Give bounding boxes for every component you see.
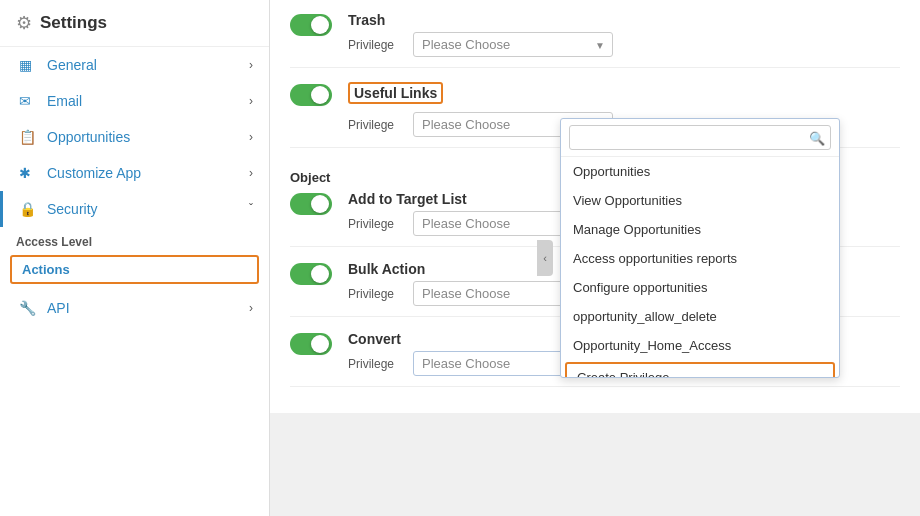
sidebar-item-api[interactable]: 🔧 API › xyxy=(0,290,269,326)
privilege-label: Privilege xyxy=(348,118,403,132)
privilege-label: Privilege xyxy=(348,287,403,301)
gear-icon: ⚙ xyxy=(16,12,32,34)
trash-toggle[interactable] xyxy=(290,14,332,36)
privilege-label: Privilege xyxy=(348,357,403,371)
dropdown-item-configure-opportunities[interactable]: Configure opportunities xyxy=(561,273,839,302)
chevron-right-icon: › xyxy=(249,166,253,180)
settings-title: Settings xyxy=(40,13,107,33)
general-icon: ▦ xyxy=(19,57,37,73)
dropdown-item-create-privilege[interactable]: Create Privilege xyxy=(565,362,835,377)
sidebar-item-actions[interactable]: Actions xyxy=(10,255,259,284)
dropdown-search-container: 🔍 xyxy=(561,119,839,157)
sidebar-item-security[interactable]: 🔒 Security ˇ xyxy=(0,191,269,227)
trash-privilege-select-wrapper[interactable]: Please Choose xyxy=(413,32,613,57)
security-icon: 🔒 xyxy=(19,201,37,217)
sidebar-item-label: Email xyxy=(47,93,239,109)
access-level-label: Access Level xyxy=(0,227,269,253)
sidebar: ⚙ Settings ▦ General › ✉ Email › 📋 Oppor… xyxy=(0,0,270,516)
privilege-label: Privilege xyxy=(348,38,403,52)
useful-links-toggle[interactable] xyxy=(290,84,332,106)
actions-label: Actions xyxy=(22,262,70,277)
chevron-right-icon: › xyxy=(249,58,253,72)
customize-icon: ✱ xyxy=(19,165,37,181)
sidebar-item-label: API xyxy=(47,300,239,316)
feature-row-trash: Trash Privilege Please Choose xyxy=(290,12,900,68)
dropdown-item-access-reports[interactable]: Access opportunities reports xyxy=(561,244,839,273)
dropdown-item-view-opportunities[interactable]: View Opportunities xyxy=(561,186,839,215)
chevron-right-icon: › xyxy=(249,301,253,315)
sidebar-item-email[interactable]: ✉ Email › xyxy=(0,83,269,119)
dropdown-item-home-access[interactable]: Opportunity_Home_Access xyxy=(561,331,839,360)
opportunities-icon: 📋 xyxy=(19,129,37,145)
dropdown-item-allow-delete[interactable]: opportunity_allow_delete xyxy=(561,302,839,331)
sidebar-item-general[interactable]: ▦ General › xyxy=(0,47,269,83)
search-icon: 🔍 xyxy=(809,130,825,145)
sidebar-header: ⚙ Settings xyxy=(0,0,269,47)
trash-privilege-select[interactable]: Please Choose xyxy=(413,32,613,57)
sidebar-item-label: General xyxy=(47,57,239,73)
api-icon: 🔧 xyxy=(19,300,37,316)
convert-toggle[interactable] xyxy=(290,333,332,355)
dropdown-search-input[interactable] xyxy=(569,125,831,150)
chevron-right-icon: › xyxy=(249,94,253,108)
sidebar-item-label: Opportunities xyxy=(47,129,239,145)
sidebar-item-label: Security xyxy=(47,201,239,217)
chevron-right-icon: › xyxy=(249,130,253,144)
add-target-toggle[interactable] xyxy=(290,193,332,215)
bulk-action-toggle[interactable] xyxy=(290,263,332,285)
privilege-dropdown: 🔍 Opportunities View Opportunities Manag… xyxy=(560,118,840,378)
email-icon: ✉ xyxy=(19,93,37,109)
trash-feature-name: Trash xyxy=(348,12,900,28)
dropdown-item-manage-opportunities[interactable]: Manage Opportunities xyxy=(561,215,839,244)
sidebar-item-label: Customize App xyxy=(47,165,239,181)
sidebar-item-customize[interactable]: ✱ Customize App › xyxy=(0,155,269,191)
sidebar-collapse-button[interactable]: ‹ xyxy=(537,240,553,276)
privilege-label: Privilege xyxy=(348,217,403,231)
dropdown-list: Opportunities View Opportunities Manage … xyxy=(561,157,839,377)
chevron-down-icon: ˇ xyxy=(249,202,253,216)
sidebar-item-opportunities[interactable]: 📋 Opportunities › xyxy=(0,119,269,155)
useful-links-feature-name: Useful Links xyxy=(348,82,443,104)
dropdown-item-opportunities[interactable]: Opportunities xyxy=(561,157,839,186)
